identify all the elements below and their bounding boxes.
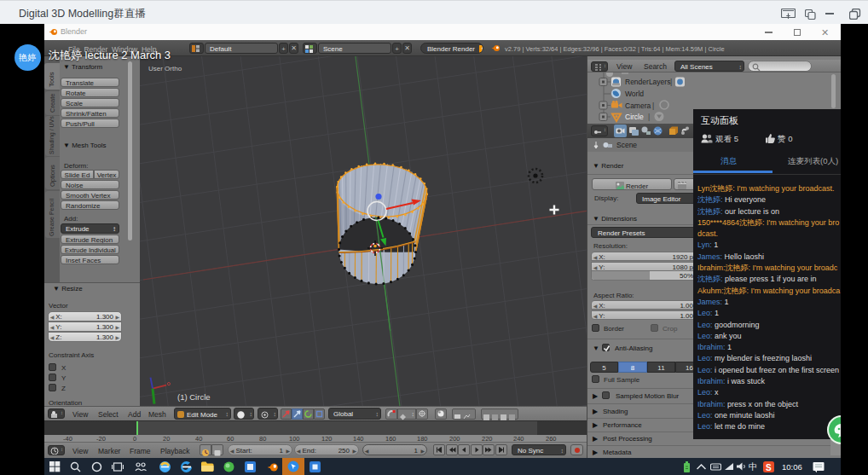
svg-text:User Ortho: User Ortho — [148, 65, 182, 72]
svg-text:Circle: Circle — [625, 113, 644, 121]
svg-text:RenderLayers: RenderLayers — [625, 78, 670, 86]
svg-text:Camera: Camera — [625, 101, 651, 110]
svg-text:|: | — [670, 78, 672, 86]
svg-text:S: S — [766, 463, 772, 472]
svg-text:|: | — [648, 113, 650, 121]
svg-text:(1) Circle: (1) Circle — [177, 392, 211, 402]
svg-text:|: | — [652, 101, 654, 110]
svg-text:World: World — [625, 90, 644, 98]
